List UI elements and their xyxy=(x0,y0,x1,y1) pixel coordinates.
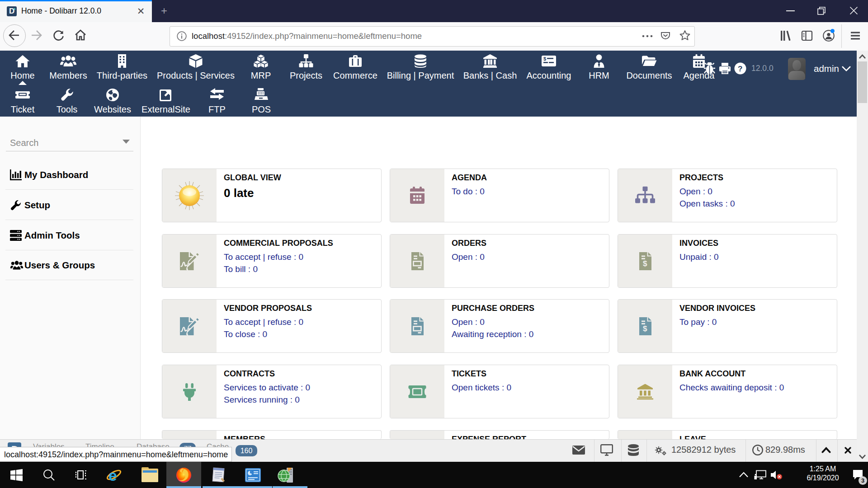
svg-text:$: $ xyxy=(643,259,647,268)
svg-text:$: $ xyxy=(543,56,546,61)
svg-text:$: $ xyxy=(643,324,647,333)
svg-text:e: e xyxy=(108,467,117,484)
svg-text:?: ? xyxy=(738,65,742,73)
